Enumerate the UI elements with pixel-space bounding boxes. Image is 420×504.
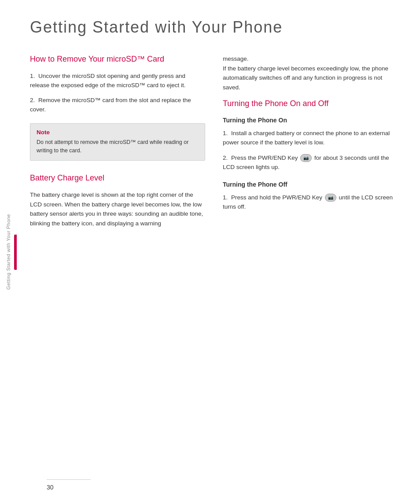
sidebar-label: Getting Started with Your Phone xyxy=(6,214,11,290)
pwr-key-icon: 📷 xyxy=(300,154,312,162)
page-number: 30 xyxy=(47,484,54,491)
turning-on-list: 1. Install a charged battery or connect … xyxy=(223,129,398,172)
pwr-key-icon-2: 📷 xyxy=(325,194,336,202)
list-item: 1. Uncover the microSD slot opening and … xyxy=(30,72,205,90)
list-item: 1. Install a charged battery or connect … xyxy=(223,129,398,147)
list-item: 1. Press and hold the PWR/END Key 📷 unti… xyxy=(223,193,398,212)
bottom-divider xyxy=(47,479,91,480)
remove-steps-list: 1. Uncover the microSD slot opening and … xyxy=(30,72,205,115)
list-item: 2. Press the PWR/END Key 📷 for about 3 s… xyxy=(223,154,398,172)
turning-off-list: 1. Press and hold the PWR/END Key 📷 unti… xyxy=(223,193,398,212)
sidebar: Getting Started with Your Phone xyxy=(0,0,17,504)
note-title: Note xyxy=(37,129,199,136)
list-item: 2. Remove the microSD™ card from the slo… xyxy=(30,96,205,114)
battery-body-text: The battery charge level is shown at the… xyxy=(30,190,205,228)
right-column: message.If the battery charge level beco… xyxy=(223,54,398,234)
section-heading-turning: Turning the Phone On and Off xyxy=(223,99,398,109)
page-title: Getting Started with Your Phone xyxy=(30,18,398,37)
content-columns: How to Remove Your microSD™ Card 1. Unco… xyxy=(30,54,398,234)
note-text: Do not attempt to remove the microSD™ ca… xyxy=(37,138,199,155)
note-box: Note Do not attempt to remove the microS… xyxy=(30,123,205,161)
battery-continued-text: message.If the battery charge level beco… xyxy=(223,54,398,92)
left-column: How to Remove Your microSD™ Card 1. Unco… xyxy=(30,54,205,234)
sub-heading-off: Turning the Phone Off xyxy=(223,181,398,188)
section-heading-battery: Battery Charge Level xyxy=(30,173,205,183)
main-content: Getting Started with Your Phone How to R… xyxy=(17,0,420,504)
sub-heading-on: Turning the Phone On xyxy=(223,117,398,124)
section-heading-remove: How to Remove Your microSD™ Card xyxy=(30,54,205,64)
